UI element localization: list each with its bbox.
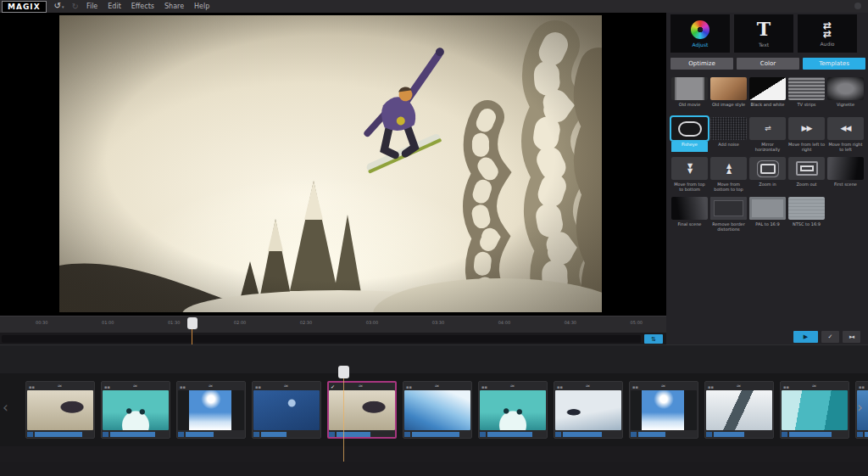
clip-audio-bar (27, 432, 93, 437)
strip-playhead[interactable] (338, 366, 349, 378)
menu-item-share[interactable]: Share (164, 3, 184, 10)
clip-transition-icon[interactable] (261, 384, 311, 389)
scroll-right-icon[interactable]: › (857, 399, 863, 416)
template-mirror-horizontally[interactable]: ⇌ Mirror horizontally (749, 117, 786, 152)
template-icon: ▼▼ (686, 164, 693, 174)
template-label: Add noise (710, 142, 747, 152)
timeline-clip-10[interactable] (704, 381, 774, 439)
clip-transition-icon[interactable] (487, 384, 537, 389)
clip-audio-lead (480, 432, 486, 437)
subtab-templates[interactable]: Templates (803, 58, 865, 70)
clip-audio-fill (261, 432, 287, 437)
undo-icon[interactable]: ↺ (54, 2, 64, 11)
template-thumbnail (788, 197, 825, 220)
clip-header (857, 383, 868, 390)
effect-apply-button[interactable] (821, 331, 839, 343)
template-thumbnail (827, 77, 864, 100)
clip-transition-icon[interactable] (789, 384, 839, 389)
effect-trim-button[interactable] (843, 331, 860, 343)
template-label: Vignette (827, 102, 864, 112)
clip-thumbnail (178, 390, 244, 430)
clip-transition-icon[interactable] (638, 384, 688, 389)
timeline-clip-9[interactable] (629, 381, 698, 439)
effect-play-button[interactable] (793, 331, 818, 343)
template-remove-border-distortions[interactable]: Remove border distortions (710, 197, 747, 232)
timeline-zoom-button[interactable] (644, 334, 663, 344)
menu-item-edit[interactable]: Edit (108, 3, 121, 10)
video-preview[interactable] (0, 13, 666, 316)
template-ntsc-to-16-9[interactable]: NTSC to 16:9 (788, 197, 825, 232)
template-zoom-in[interactable]: Zoom in (749, 157, 786, 192)
template-old-movie[interactable]: Old movie (671, 77, 708, 112)
template-icon (678, 121, 702, 137)
timeline-clip-7[interactable] (478, 381, 548, 439)
clip-audio-bar (178, 432, 244, 437)
timeline-clip-8[interactable] (554, 381, 623, 439)
template-label: PAL to 16:9 (749, 221, 786, 232)
template-old-image-style[interactable]: Old image style (710, 77, 747, 112)
clip-header (103, 383, 169, 390)
clip-transition-icon[interactable] (186, 384, 236, 389)
timeline-clip-2[interactable] (101, 381, 170, 439)
timeline-ruler[interactable]: 00:3001:0001:3002:0002:3003:0003:3004:00… (0, 316, 666, 333)
template-icon: ▶▶ (802, 125, 812, 132)
timeline-clip-11[interactable] (780, 381, 849, 439)
clip-thumbnail (555, 390, 621, 430)
subtab-optimize[interactable]: Optimize (670, 58, 733, 70)
template-vignette[interactable]: Vignette (827, 77, 864, 112)
clip-audio-fill (337, 432, 370, 437)
menu-item-file[interactable]: File (86, 3, 97, 10)
clip-audio-bar (706, 432, 772, 437)
tab-text[interactable]: Text (734, 14, 793, 53)
template-first-scene[interactable]: First scene (827, 157, 864, 192)
template-tv-strips[interactable]: TV strips (788, 77, 825, 112)
template-thumbnail (671, 197, 708, 220)
clip-transition-icon[interactable] (35, 384, 85, 389)
template-label: Zoom out (788, 182, 825, 192)
menu-item-help[interactable]: Help (194, 3, 209, 10)
template-label: TV strips (788, 102, 825, 112)
template-move-from-right-to-left[interactable]: ◀◀ Move from right to left (827, 117, 864, 152)
template-move-from-left-to-right[interactable]: ▶▶ Move from left to right (788, 117, 825, 152)
clip-transition-icon[interactable] (412, 384, 462, 389)
timeline-clip-3[interactable] (176, 381, 246, 439)
clip-strip: ‹ › (0, 373, 868, 446)
menu-items: FileEditEffectsShareHelp (86, 3, 209, 10)
tab-adjust[interactable]: Adjust (670, 14, 730, 53)
clip-status-icon (708, 384, 714, 389)
menu-item-effects[interactable]: Effects (131, 3, 154, 10)
clip-transition-icon[interactable] (563, 384, 613, 389)
template-label: Move from right to left (827, 142, 864, 152)
template-add-noise[interactable]: Add noise (710, 117, 747, 152)
clip-transition-icon[interactable] (714, 384, 764, 389)
clip-transition-icon[interactable] (865, 384, 868, 389)
template-thumbnail (710, 117, 747, 140)
clip-thumbnail (103, 390, 169, 430)
timeline-clip-5[interactable] (327, 381, 397, 439)
timeline-clip-6[interactable] (403, 381, 472, 439)
tab-label: Audio (820, 41, 834, 47)
timeline-clip-4[interactable] (252, 381, 321, 439)
template-final-scene[interactable]: Final scene (671, 197, 708, 232)
template-black-and-white[interactable]: Black and white (749, 77, 786, 112)
ruler-scrollbar[interactable] (2, 335, 641, 343)
template-pal-to-16-9[interactable]: PAL to 16:9 (749, 197, 786, 232)
clip-transition-icon[interactable] (110, 384, 160, 389)
template-fisheye[interactable]: Fisheye (671, 117, 708, 152)
window-options-icon[interactable] (854, 3, 861, 9)
tab-audio[interactable]: Audio (798, 14, 857, 53)
scroll-left-icon[interactable]: ‹ (3, 399, 8, 416)
template-move-from-bottom-to-top[interactable]: ▲▲ Move from bottom to top (710, 157, 747, 192)
status-bar: 1h 45min (U) 0m 09s (0, 462, 868, 476)
clip-header (706, 383, 772, 390)
timeline-clip-1[interactable] (25, 381, 95, 439)
ruler-playhead[interactable] (187, 317, 198, 329)
redo-icon[interactable]: ↻ (72, 3, 79, 11)
template-zoom-out[interactable]: Zoom out (788, 157, 825, 192)
clip-audio-fill (865, 432, 868, 437)
audio-arrows-icon (823, 21, 832, 38)
subtab-color[interactable]: Color (737, 58, 799, 70)
template-move-from-top-to-bottom[interactable]: ▼▼ Move from top to bottom (671, 157, 708, 192)
template-thumbnail (788, 77, 825, 100)
clip-audio-fill (412, 432, 459, 437)
